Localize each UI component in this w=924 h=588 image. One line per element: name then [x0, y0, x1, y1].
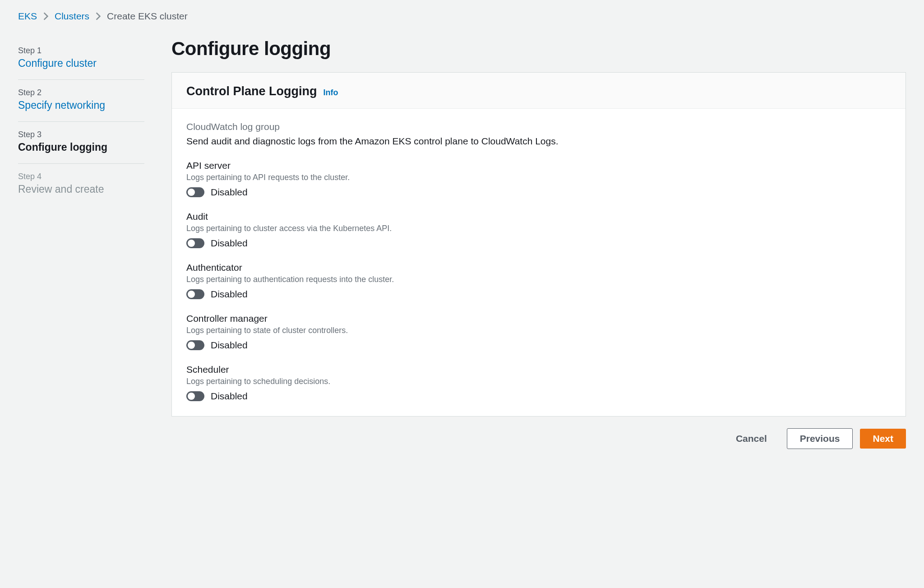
- breadcrumb-link-eks[interactable]: EKS: [18, 11, 37, 22]
- step-title: Configure logging: [18, 141, 144, 153]
- toggle-title: Scheduler: [186, 364, 891, 375]
- toggle-item-controller-manager: Controller manager Logs pertaining to st…: [186, 313, 891, 351]
- main-content: Configure logging Control Plane Logging …: [171, 38, 906, 449]
- step-title: Specify networking: [18, 99, 144, 111]
- step-title: Review and create: [18, 183, 144, 195]
- breadcrumb: EKS Clusters Create EKS cluster: [18, 11, 906, 22]
- toggle-item-authenticator: Authenticator Logs pertaining to authent…: [186, 262, 891, 300]
- toggle-description: Logs pertaining to API requests to the c…: [186, 173, 891, 182]
- chevron-right-icon: [96, 12, 101, 20]
- toggle-title: Authenticator: [186, 262, 891, 273]
- section-label: CloudWatch log group: [186, 121, 891, 132]
- step-number: Step 1: [18, 46, 144, 56]
- info-link[interactable]: Info: [323, 88, 338, 97]
- step-number: Step 3: [18, 130, 144, 139]
- cancel-button[interactable]: Cancel: [723, 429, 780, 449]
- wizard-step-2[interactable]: Step 2 Specify networking: [18, 80, 144, 122]
- breadcrumb-link-clusters[interactable]: Clusters: [55, 11, 89, 22]
- chevron-right-icon: [43, 12, 48, 20]
- toggle-item-scheduler: Scheduler Logs pertaining to scheduling …: [186, 364, 891, 402]
- toggle-switch-authenticator[interactable]: [186, 289, 204, 299]
- panel-header: Control Plane Logging Info: [172, 73, 906, 109]
- toggle-title: Controller manager: [186, 313, 891, 324]
- toggle-title: API server: [186, 160, 891, 171]
- previous-button[interactable]: Previous: [787, 428, 853, 449]
- wizard-step-3: Step 3 Configure logging: [18, 122, 144, 164]
- toggle-title: Audit: [186, 211, 891, 222]
- toggle-item-api-server: API server Logs pertaining to API reques…: [186, 160, 891, 198]
- toggle-switch-api-server[interactable]: [186, 187, 204, 197]
- control-plane-logging-panel: Control Plane Logging Info CloudWatch lo…: [171, 72, 906, 417]
- step-number: Step 2: [18, 88, 144, 97]
- toggle-description: Logs pertaining to state of cluster cont…: [186, 326, 891, 335]
- toggle-switch-controller-manager[interactable]: [186, 340, 204, 350]
- toggle-state: Disabled: [211, 391, 248, 402]
- breadcrumb-current: Create EKS cluster: [107, 11, 188, 22]
- page-title: Configure logging: [171, 38, 906, 60]
- toggle-description: Logs pertaining to cluster access via th…: [186, 224, 891, 233]
- wizard-actions: Cancel Previous Next: [171, 428, 906, 449]
- wizard-steps: Step 1 Configure cluster Step 2 Specify …: [18, 38, 144, 205]
- wizard-step-4: Step 4 Review and create: [18, 164, 144, 205]
- toggle-state: Disabled: [211, 187, 248, 198]
- wizard-step-1[interactable]: Step 1 Configure cluster: [18, 38, 144, 80]
- toggle-switch-scheduler[interactable]: [186, 391, 204, 401]
- toggle-state: Disabled: [211, 340, 248, 351]
- step-number: Step 4: [18, 172, 144, 181]
- next-button[interactable]: Next: [860, 429, 906, 449]
- step-title: Configure cluster: [18, 57, 144, 69]
- toggle-state: Disabled: [211, 238, 248, 249]
- toggle-description: Logs pertaining to authentication reques…: [186, 275, 891, 284]
- toggle-description: Logs pertaining to scheduling decisions.: [186, 377, 891, 386]
- toggle-state: Disabled: [211, 289, 248, 300]
- section-description: Send audit and diagnostic logs from the …: [186, 136, 891, 147]
- toggle-switch-audit[interactable]: [186, 238, 204, 248]
- panel-title: Control Plane Logging: [186, 84, 317, 98]
- toggle-item-audit: Audit Logs pertaining to cluster access …: [186, 211, 891, 249]
